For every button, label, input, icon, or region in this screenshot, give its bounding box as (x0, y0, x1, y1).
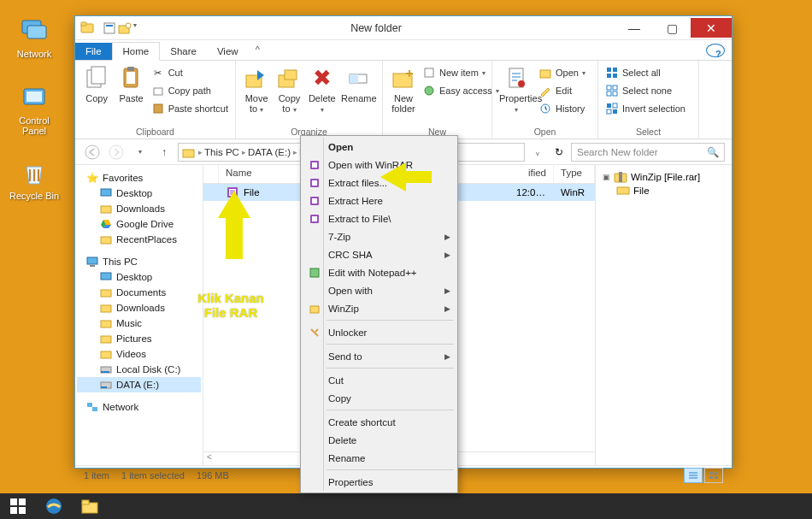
nav-pc-localdisk[interactable]: Local Disk (C:) (77, 362, 201, 377)
help-icon[interactable]: ? (706, 44, 725, 57)
history-button[interactable]: History (538, 100, 585, 117)
col-type[interactable]: Type (554, 165, 595, 183)
ribbon-expand-icon[interactable]: ^ (249, 41, 267, 58)
svg-rect-24 (425, 68, 433, 77)
ctx-open-winrar[interactable]: Open with WinRAR (303, 156, 456, 174)
ctx-cut[interactable]: Cut (303, 371, 456, 389)
newfolder-button[interactable]: New folder (390, 64, 417, 114)
ctx-unlocker[interactable]: Unlocker (303, 323, 456, 341)
svg-rect-78 (312, 216, 317, 221)
svg-rect-83 (10, 507, 17, 514)
ctx-extract-to[interactable]: Extract to File\ (303, 209, 456, 227)
ctx-extract-here[interactable]: Extract Here (303, 192, 456, 209)
preview-child[interactable]: File (601, 184, 727, 198)
ctx-open[interactable]: Open (303, 138, 456, 156)
newitem-button[interactable]: New item ▾ (422, 64, 499, 81)
refresh-button[interactable]: ↻ (550, 146, 568, 158)
svg-rect-22 (350, 74, 358, 83)
pasteshortcut-button[interactable]: Paste shortcut (151, 100, 228, 117)
ctx-open-with[interactable]: Open with▶ (303, 281, 456, 299)
ctx-7zip[interactable]: 7-Zip▶ (303, 227, 456, 245)
close-button[interactable]: ✕ (691, 18, 732, 38)
easyaccess-icon (422, 84, 436, 97)
preview-root[interactable]: ▣ WinZip [File.rar] (601, 170, 727, 184)
folder-icon (616, 185, 630, 197)
properties-button[interactable]: Properties ▾ (499, 64, 533, 114)
cut-button[interactable]: ✂Cut (151, 64, 228, 81)
invertselection-icon (605, 102, 619, 115)
start-button[interactable] (0, 493, 36, 519)
svg-rect-40 (607, 109, 611, 114)
copy-button[interactable]: Copy (82, 64, 111, 103)
ctx-create-shortcut[interactable]: Create shortcut (303, 413, 456, 431)
desktop-controlpanel-icon[interactable]: Control Panel (9, 82, 60, 136)
tab-file[interactable]: File (75, 43, 112, 60)
nav-back-button[interactable] (82, 142, 103, 162)
svg-rect-55 (101, 351, 111, 358)
titlebar[interactable]: ▾ New folder — ▢ ✕ (75, 16, 732, 40)
col-modified[interactable]: ified (509, 165, 554, 183)
nav-pc-videos[interactable]: Videos (77, 346, 201, 362)
rename-button[interactable]: Rename (341, 64, 375, 103)
desktop-network-icon[interactable]: Network (9, 15, 60, 59)
ctx-crc[interactable]: CRC SHA▶ (303, 245, 456, 263)
minimize-button[interactable]: — (615, 18, 653, 38)
svg-rect-32 (607, 74, 611, 78)
edit-button[interactable]: Edit (538, 82, 585, 99)
ctx-delete[interactable]: Delete (303, 431, 456, 449)
ctx-rename[interactable]: Rename (303, 449, 456, 467)
qat-newfolder-icon[interactable] (118, 21, 132, 35)
svg-rect-47 (101, 237, 111, 244)
svg-rect-74 (312, 180, 317, 186)
nav-pc-desktop[interactable]: Desktop (77, 269, 201, 285)
view-icons-button[interactable] (704, 468, 723, 483)
moveto-button[interactable]: Move to ▾ (243, 64, 270, 114)
svg-rect-17 (154, 104, 162, 113)
selectall-button[interactable]: Select all (605, 64, 685, 81)
desktop-recyclebin-icon[interactable]: Recycle Bin (9, 157, 60, 201)
taskbar-explorer[interactable] (72, 493, 108, 519)
svg-rect-61 (92, 407, 97, 411)
maximize-button[interactable]: ▢ (653, 18, 691, 38)
svg-rect-65 (619, 172, 622, 182)
open-button[interactable]: Open ▾ (538, 64, 585, 81)
nav-fav-googledrive[interactable]: Google Drive (77, 216, 201, 232)
nav-network[interactable]: Network (77, 399, 201, 415)
ctx-extract-files[interactable]: Extract files... (303, 174, 456, 192)
crumb-dropdown-icon[interactable]: v (528, 146, 547, 158)
nav-thispc[interactable]: This PC (77, 254, 201, 269)
paste-button[interactable]: Paste (116, 64, 145, 103)
ctx-copy[interactable]: Copy (303, 389, 456, 407)
ctx-edit-npp[interactable]: Edit with Notepad++ (303, 263, 456, 281)
ctx-properties[interactable]: Properties (303, 473, 456, 491)
easyaccess-button[interactable]: Easy access ▾ (422, 82, 499, 99)
nav-fav-recentplaces[interactable]: RecentPlaces (77, 232, 201, 247)
svg-rect-39 (613, 103, 617, 108)
taskbar-ie[interactable] (36, 493, 72, 519)
tab-home[interactable]: Home (112, 42, 161, 61)
copyto-button[interactable]: Copy to ▾ (275, 64, 303, 114)
nav-fav-downloads[interactable]: Downloads (77, 201, 201, 216)
view-details-button[interactable] (684, 468, 703, 483)
copypath-button[interactable]: Copy path (151, 82, 228, 99)
taskbar[interactable] (0, 493, 812, 519)
nav-up-button[interactable]: ↑ (154, 142, 174, 162)
search-input[interactable]: Search New folder🔍 (571, 143, 725, 162)
nav-forward-button[interactable] (106, 142, 127, 162)
nav-pc-data[interactable]: DATA (E:) (77, 377, 201, 392)
nav-pc-pictures[interactable]: Pictures (77, 331, 201, 346)
selectnone-button[interactable]: Select none (605, 82, 685, 99)
nav-fav-desktop[interactable]: Desktop (77, 186, 201, 201)
tab-view[interactable]: View (207, 43, 249, 60)
qat-properties-icon[interactable] (103, 21, 116, 35)
invertselection-button[interactable]: Invert selection (605, 100, 685, 117)
nav-recent-dropdown[interactable]: ▾ (130, 142, 150, 162)
selectnone-icon (605, 84, 619, 97)
delete-button[interactable]: ✖Delete ▾ (309, 64, 336, 114)
svg-rect-20 (285, 70, 297, 80)
svg-rect-79 (310, 268, 319, 277)
nav-favorites[interactable]: ⭐Favorites (77, 170, 201, 186)
ctx-winzip[interactable]: WinZip▶ (303, 299, 456, 317)
ctx-send-to[interactable]: Send to▶ (303, 347, 456, 365)
tab-share[interactable]: Share (160, 43, 207, 60)
